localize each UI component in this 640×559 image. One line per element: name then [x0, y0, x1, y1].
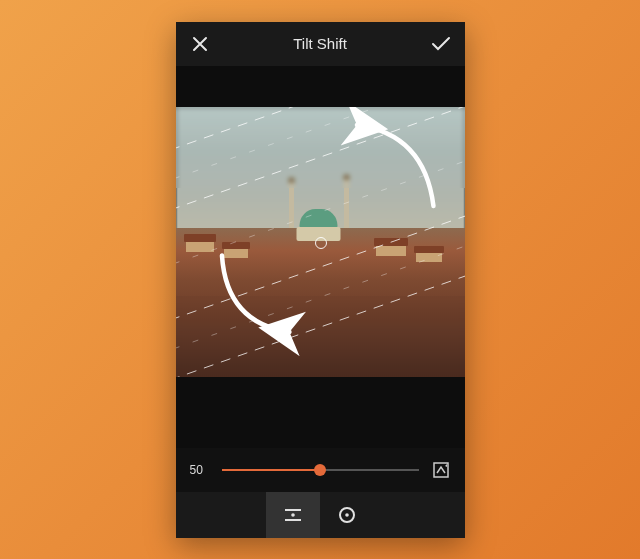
intensity-slider[interactable] [222, 460, 419, 480]
confirm-button[interactable] [429, 32, 453, 56]
canvas-area[interactable] [176, 66, 465, 448]
editor-screen: Tilt Shift [176, 22, 465, 538]
svg-point-9 [291, 513, 295, 517]
editor-header: Tilt Shift [176, 22, 465, 66]
photo-preview[interactable] [176, 107, 465, 377]
svg-point-12 [345, 513, 349, 517]
close-icon [192, 36, 208, 52]
rotate-icon [432, 461, 450, 479]
slider-thumb[interactable] [314, 464, 326, 476]
header-title: Tilt Shift [293, 35, 347, 52]
rotate-button[interactable] [431, 460, 451, 480]
blur-region-top [176, 107, 465, 188]
photo-tower [289, 183, 294, 228]
app-background: Tilt Shift [0, 0, 640, 559]
slider-row: 50 [176, 448, 465, 492]
check-icon [431, 36, 451, 52]
cancel-button[interactable] [188, 32, 212, 56]
radial-mode-icon [337, 505, 357, 525]
focus-center-handle[interactable] [315, 237, 327, 249]
slider-value-label: 50 [190, 463, 210, 477]
mode-row [176, 492, 465, 538]
linear-mode-button[interactable] [266, 492, 320, 538]
blur-region-bottom [176, 296, 465, 377]
radial-mode-button[interactable] [320, 492, 374, 538]
linear-mode-icon [283, 505, 303, 525]
slider-fill [222, 469, 321, 471]
